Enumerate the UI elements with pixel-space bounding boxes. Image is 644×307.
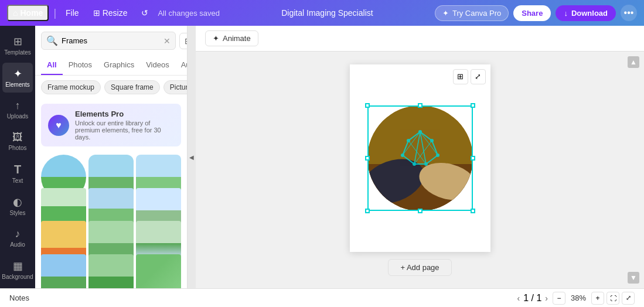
frame-handle-mid-right[interactable]	[471, 156, 475, 161]
templates-icon: ⊞	[13, 35, 22, 48]
audio-icon: ♪	[15, 228, 21, 240]
autosave-status: All changes saved	[158, 9, 220, 18]
svg-point-11	[418, 130, 422, 134]
search-box: 🔍 ✕	[41, 32, 176, 50]
photos-icon: 🖼	[12, 131, 23, 144]
filter-button[interactable]: ⊟	[179, 33, 188, 49]
canvas-expand-button[interactable]: ⤢	[471, 69, 486, 84]
next-page-button[interactable]: ›	[545, 294, 548, 303]
zoom-level: 38%	[568, 294, 589, 302]
tab-photos[interactable]: Photos	[63, 56, 98, 75]
more-options-button[interactable]: •••	[621, 5, 637, 21]
canvas-outer: ⊞ ⤢	[350, 64, 490, 276]
elements-grid	[35, 151, 187, 288]
left-sidebar: ⊞ Templates ✦ Elements ↑ Uploads 🖼 Photo…	[0, 26, 35, 288]
search-clear-button[interactable]: ✕	[163, 36, 171, 46]
canvas-grid-button[interactable]: ⊞	[453, 69, 468, 84]
sidebar-item-text[interactable]: T Text	[2, 158, 33, 189]
promo-title: Elements Pro	[75, 110, 174, 118]
top-navigation: ⌂ Home | File ⊞ Resize ↺ All changes sav…	[0, 0, 644, 26]
share-button[interactable]: Share	[513, 5, 551, 21]
fit-page-button[interactable]: ⤢	[622, 292, 635, 305]
zoom-out-button[interactable]: −	[553, 292, 565, 305]
nav-separator: |	[53, 7, 56, 19]
sidebar-item-audio[interactable]: ♪ Audio	[2, 223, 33, 253]
promo-text: Elements Pro Unlock our entire library o…	[75, 110, 174, 141]
canvas-area: ✦ Animate ▲ ⊞ ⤢	[196, 26, 644, 288]
page-navigation: ‹ 1 / 1 ›	[517, 293, 548, 303]
collapse-icon: ◀	[189, 154, 194, 161]
elements-icon: ✦	[13, 67, 22, 80]
background-icon: ▦	[13, 260, 23, 272]
svg-point-15	[413, 162, 416, 166]
tab-videos[interactable]: Videos	[140, 56, 175, 75]
chip-square-frame[interactable]: Square frame	[104, 80, 160, 94]
sidebar-item-styles[interactable]: ◐ Styles	[2, 191, 33, 221]
search-input[interactable]	[62, 36, 160, 45]
handshake-illustration	[367, 105, 473, 211]
animate-icon: ✦	[213, 34, 219, 43]
prev-page-button[interactable]: ‹	[517, 294, 520, 303]
promo-banner: ♥ Elements Pro Unlock our entire library…	[41, 104, 181, 146]
file-menu-button[interactable]: File	[61, 6, 84, 20]
canvas-page: ⊞ ⤢	[350, 64, 490, 252]
sidebar-item-elements[interactable]: ✦ Elements	[2, 63, 33, 93]
search-icon: 🔍	[46, 35, 58, 46]
undo-icon: ↺	[141, 8, 148, 18]
chip-picture-frame[interactable]: Picture fr...	[163, 80, 187, 94]
frame-handle-bottom-left[interactable]	[365, 209, 370, 213]
sidebar-item-templates[interactable]: ⊞ Templates	[2, 30, 33, 60]
sidebar-item-uploads[interactable]: ↑ Uploads	[2, 95, 33, 124]
canvas-scroll-area[interactable]: ▲ ⊞ ⤢	[196, 52, 644, 288]
sidebar-item-photos[interactable]: 🖼 Photos	[2, 127, 33, 156]
zoom-in-button[interactable]: +	[591, 292, 604, 305]
resize-button[interactable]: ⊞ Resize	[88, 6, 132, 20]
svg-point-13	[436, 154, 439, 157]
frame-thumbnail-11[interactable]	[88, 254, 134, 289]
canvas-toolbar: ✦ Animate	[196, 26, 644, 52]
download-button[interactable]: ↓ Download	[556, 5, 616, 21]
home-button[interactable]: ⌂ Home	[7, 5, 49, 21]
resize-icon: ⊞	[93, 8, 100, 18]
chip-frame-mockup[interactable]: Frame mockup	[41, 80, 101, 94]
tab-all[interactable]: All	[41, 56, 63, 75]
fullscreen-button[interactable]: ⛶	[606, 292, 619, 305]
panel-collapse-handle[interactable]: ◀	[188, 26, 196, 288]
download-icon: ↓	[564, 9, 568, 18]
main-area: ⊞ Templates ✦ Elements ↑ Uploads 🖼 Photo…	[0, 26, 644, 288]
tab-graphics[interactable]: Graphics	[98, 56, 140, 75]
text-icon: T	[14, 163, 21, 176]
filter-chips: Frame mockup Square frame Picture fr...	[35, 76, 187, 99]
nav-center: Digital Imaging Specialist	[224, 8, 430, 18]
styles-icon: ◐	[13, 196, 22, 209]
frame-handle-top-left[interactable]	[365, 103, 370, 108]
bottom-bar: Notes ‹ 1 / 1 › − 38% + ⛶ ⤢	[0, 288, 644, 307]
frame-thumbnail-10[interactable]	[41, 254, 86, 289]
animate-button[interactable]: ✦ Animate	[205, 30, 258, 46]
frame-element[interactable]	[367, 105, 473, 211]
promo-icon: ♥	[48, 115, 69, 136]
promo-description: Unlock our entire library of premium ele…	[75, 120, 174, 141]
scroll-up-button[interactable]: ▲	[628, 56, 639, 68]
canva-pro-icon: ✦	[442, 9, 449, 18]
tab-audio[interactable]: Audio	[175, 56, 188, 75]
scroll-down-button[interactable]: ▼	[628, 272, 639, 284]
sidebar-item-background[interactable]: ▦ Background	[2, 255, 33, 285]
try-canva-pro-button[interactable]: ✦ Try Canva Pro	[435, 5, 509, 21]
frame-handle-mid-left[interactable]	[365, 156, 370, 161]
frame-image-content	[367, 105, 473, 211]
frame-handle-bottom-mid[interactable]	[418, 209, 422, 213]
undo-button[interactable]: ↺	[137, 6, 153, 20]
frame-thumbnail-12[interactable]	[136, 254, 181, 289]
frame-handle-top-right[interactable]	[471, 103, 475, 108]
frame-handle-bottom-right[interactable]	[471, 209, 475, 213]
notes-label: Notes	[9, 294, 513, 302]
page-indicator: 1 / 1	[523, 293, 541, 303]
svg-point-12	[430, 139, 434, 142]
svg-point-17	[407, 139, 410, 142]
svg-point-16	[401, 154, 404, 157]
frame-handle-top-mid[interactable]	[418, 103, 422, 108]
add-page-area: + Add page	[350, 259, 490, 276]
search-row: 🔍 ✕ ⊟	[35, 26, 187, 56]
add-page-button[interactable]: + Add page	[388, 259, 451, 276]
